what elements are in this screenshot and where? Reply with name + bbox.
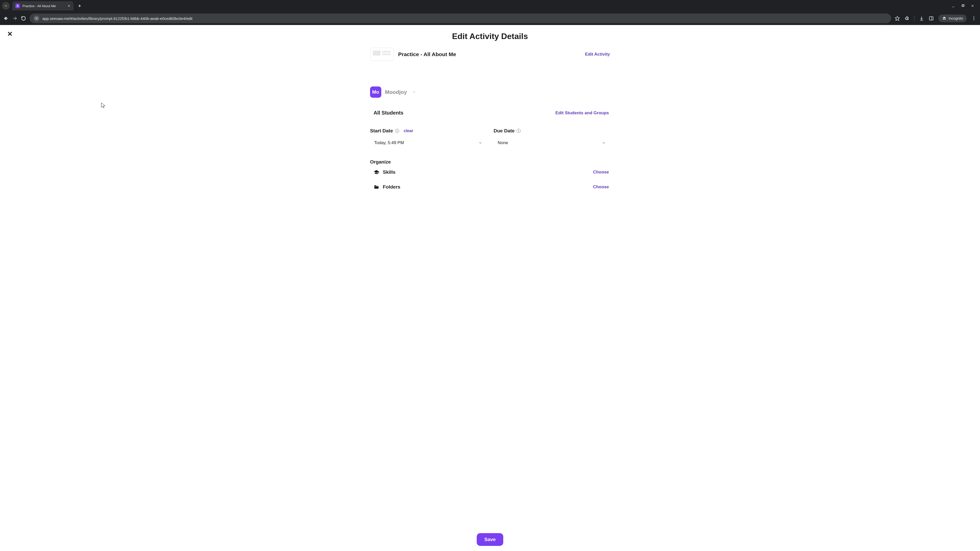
close-icon xyxy=(67,4,70,7)
skills-row: Skills Choose xyxy=(370,165,610,179)
organize-heading: Organize xyxy=(370,159,610,165)
browser-chrome: S Practice - All About Me xyxy=(0,0,980,25)
skills-label: Skills xyxy=(383,169,396,175)
downloads-button[interactable] xyxy=(919,16,924,21)
plus-icon xyxy=(78,4,82,8)
separator xyxy=(914,16,915,21)
tab-close-button[interactable] xyxy=(67,4,70,7)
kebab-icon xyxy=(971,16,977,21)
maximize-icon xyxy=(961,4,965,8)
start-date-column: Start Date i clear Today, 5:49 PM xyxy=(370,128,487,148)
bookmark-button[interactable] xyxy=(895,16,900,21)
svg-point-22 xyxy=(974,19,974,20)
choose-skills-link[interactable]: Choose xyxy=(593,170,609,175)
start-date-select[interactable]: Today, 5:49 PM xyxy=(370,137,487,148)
due-date-value: None xyxy=(498,140,508,145)
activity-header-row: Practice - All About Me Edit Activity xyxy=(370,46,610,68)
info-icon[interactable]: i xyxy=(517,129,520,133)
save-button[interactable]: Save xyxy=(477,533,503,546)
start-date-value: Today, 5:49 PM xyxy=(374,140,404,145)
incognito-icon xyxy=(942,16,947,21)
arrow-left-icon xyxy=(3,16,9,21)
save-bar: Save xyxy=(0,529,980,551)
minimize-button[interactable] xyxy=(951,4,955,8)
address-bar[interactable]: app.seesaw.me/#/activities/library/promp… xyxy=(30,14,891,23)
tune-icon xyxy=(35,17,38,20)
svg-rect-18 xyxy=(929,17,933,20)
browser-menu-button[interactable] xyxy=(971,16,977,21)
due-date-select[interactable]: None xyxy=(493,137,610,148)
reload-button[interactable] xyxy=(21,16,26,21)
tab-strip: S Practice - All About Me xyxy=(0,0,980,12)
arrow-right-icon xyxy=(12,16,18,21)
graduation-cap-icon xyxy=(374,169,379,175)
info-icon[interactable]: i xyxy=(395,129,399,133)
cursor-icon xyxy=(101,103,106,109)
window-controls xyxy=(951,4,978,8)
sidepanel-button[interactable] xyxy=(929,16,934,21)
class-name: Moodjoy xyxy=(385,89,407,95)
students-row: All Students Edit Students and Groups xyxy=(370,110,610,116)
edit-activity-link[interactable]: Edit Activity xyxy=(585,52,610,57)
close-window-button[interactable] xyxy=(971,4,974,8)
activity-name: Practice - All About Me xyxy=(398,51,456,57)
reload-icon xyxy=(21,16,26,21)
page-title: Edit Activity Details xyxy=(0,25,980,41)
puzzle-icon xyxy=(904,16,910,21)
class-selector[interactable]: Mo Moodjoy xyxy=(370,86,610,98)
folders-row: Folders Choose xyxy=(370,179,610,194)
class-avatar: Mo xyxy=(370,86,381,98)
svg-point-21 xyxy=(974,18,974,19)
toolbar-actions: Incognito xyxy=(895,14,977,22)
forward-button[interactable] xyxy=(12,16,18,21)
close-icon xyxy=(971,4,974,8)
clear-start-date-link[interactable]: clear xyxy=(404,129,413,133)
choose-folders-link[interactable]: Choose xyxy=(593,184,609,189)
panel-icon xyxy=(929,16,934,21)
incognito-label: Incognito xyxy=(948,16,963,21)
browser-toolbar: app.seesaw.me/#/activities/library/promp… xyxy=(0,12,980,25)
edit-students-link[interactable]: Edit Students and Groups xyxy=(555,110,609,116)
dates-row: Start Date i clear Today, 5:49 PM Due Da… xyxy=(370,128,610,148)
tab-favicon: S xyxy=(15,3,20,8)
url-text: app.seesaw.me/#/activities/library/promp… xyxy=(42,16,192,21)
svg-point-15 xyxy=(37,19,37,19)
students-label: All Students xyxy=(374,110,404,116)
activity-thumbnail xyxy=(370,48,393,61)
chevron-down-icon xyxy=(412,90,417,94)
browser-tab[interactable]: S Practice - All About Me xyxy=(12,1,73,11)
back-button[interactable] xyxy=(3,16,9,21)
incognito-indicator[interactable]: Incognito xyxy=(939,14,967,22)
due-date-label: Due Date xyxy=(493,128,514,134)
close-button[interactable]: ✕ xyxy=(7,30,13,37)
app-page: ✕ Edit Activity Details Practice - All A… xyxy=(0,25,980,551)
start-date-label: Start Date xyxy=(370,128,393,134)
extensions-button[interactable] xyxy=(904,16,910,21)
star-icon xyxy=(895,16,900,21)
new-tab-button[interactable] xyxy=(76,2,83,10)
svg-point-20 xyxy=(974,17,974,17)
svg-marker-16 xyxy=(895,16,900,21)
due-date-column: Due Date i None xyxy=(493,128,610,148)
folders-label: Folders xyxy=(383,184,401,190)
download-icon xyxy=(919,16,924,21)
tab-title: Practice - All About Me xyxy=(22,4,65,8)
chevron-down-icon xyxy=(4,4,7,7)
site-info-button[interactable] xyxy=(34,16,39,21)
tabs-dropdown-button[interactable] xyxy=(2,2,10,10)
maximize-button[interactable] xyxy=(961,4,965,8)
minimize-icon xyxy=(951,4,955,8)
content: Practice - All About Me Edit Activity Mo… xyxy=(365,41,615,225)
svg-point-14 xyxy=(36,17,37,18)
folder-icon xyxy=(374,184,379,190)
chevron-down-icon xyxy=(602,141,606,145)
chevron-down-icon xyxy=(478,141,482,145)
